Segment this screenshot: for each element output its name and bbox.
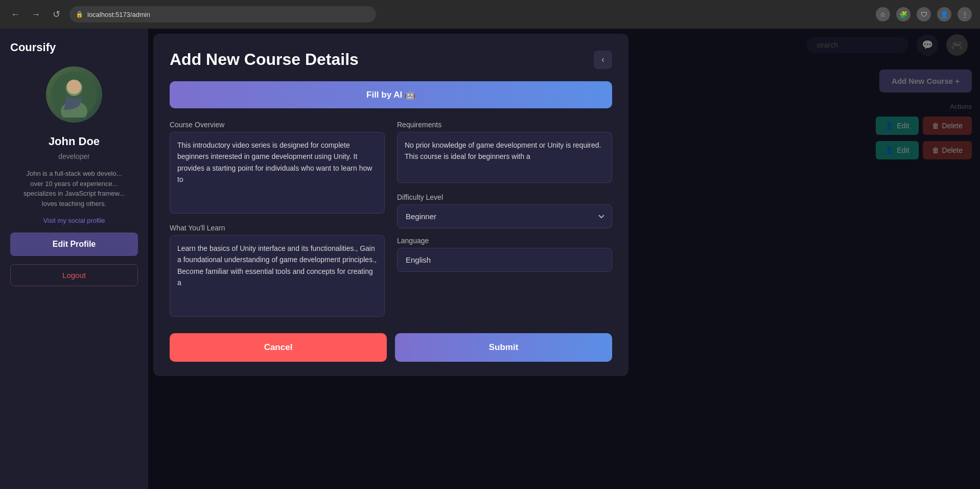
what-youll-learn-field: What You'll Learn Learn the basics of Un… — [170, 224, 385, 319]
requirements-textarea[interactable]: No prior knowledge of game development o… — [397, 132, 612, 183]
lock-icon: 🔒 — [76, 11, 83, 18]
course-overview-label: Course Overview — [170, 121, 385, 129]
main-content: 💬 🎮 Add New Course + Actions 👤 Edit 🗑 De… — [148, 29, 980, 489]
address-bar[interactable]: 🔒 localhost:5173/admin — [69, 6, 376, 22]
requirements-field: Requirements No prior knowledge of game … — [397, 121, 612, 185]
form-grid: Course Overview This introductory video … — [170, 121, 612, 319]
requirements-label: Requirements — [397, 121, 612, 129]
url-text: localhost:5173/admin — [87, 11, 150, 18]
fill-ai-label: Fill by AI 🤖 — [366, 89, 415, 100]
modal-title: Add New Course Details — [170, 50, 359, 69]
modal-close-button[interactable]: ‹ — [594, 51, 612, 69]
course-overview-textarea[interactable]: This introductory video series is design… — [170, 132, 385, 214]
back-button[interactable]: ← — [8, 7, 22, 21]
submit-button[interactable]: Submit — [395, 333, 612, 362]
modal: Add New Course Details ‹ Fill by AI 🤖 Co… — [153, 34, 628, 376]
course-overview-field: Course Overview This introductory video … — [170, 121, 385, 216]
cancel-button[interactable]: Cancel — [170, 333, 387, 362]
form-right-column: Requirements No prior knowledge of game … — [397, 121, 612, 319]
user-role: developer — [58, 152, 90, 160]
edit-profile-button[interactable]: Edit Profile — [10, 232, 138, 256]
what-youll-learn-textarea[interactable]: Learn the basics of Unity interface and … — [170, 235, 385, 317]
svg-point-3 — [67, 80, 81, 94]
avatar — [46, 66, 102, 123]
extension-button[interactable]: 🧩 — [896, 7, 911, 21]
difficulty-label: Difficulty Level — [397, 193, 612, 201]
shield-button[interactable]: 🛡 — [917, 7, 931, 21]
fill-ai-button[interactable]: Fill by AI 🤖 — [170, 81, 612, 108]
modal-footer: Cancel Submit — [170, 333, 612, 362]
difficulty-select[interactable]: Beginner Intermediate Advanced — [397, 204, 612, 228]
browser-chrome: ← → ↺ 🔒 localhost:5173/admin ☆ 🧩 🛡 👤 ⋮ — [0, 0, 980, 29]
browser-actions: ☆ 🧩 🛡 👤 ⋮ — [876, 7, 972, 21]
form-left-column: Course Overview This introductory video … — [170, 121, 385, 319]
dialog-overlay: Add New Course Details ‹ Fill by AI 🤖 Co… — [148, 29, 980, 489]
profile-button[interactable]: 👤 — [937, 7, 951, 21]
language-label: Language — [397, 237, 612, 245]
avatar-image — [46, 66, 102, 123]
difficulty-field: Difficulty Level Beginner Intermediate A… — [397, 193, 612, 228]
what-youll-learn-label: What You'll Learn — [170, 224, 385, 232]
language-field: Language — [397, 237, 612, 272]
user-bio: John is a full-stack web develo...over 1… — [24, 169, 125, 208]
sidebar: Coursify John Doe developer John is a fu… — [0, 29, 148, 489]
language-input[interactable] — [397, 248, 612, 272]
user-name: John Doe — [49, 135, 100, 148]
modal-header: Add New Course Details ‹ — [170, 50, 612, 69]
logout-button[interactable]: Logout — [10, 264, 138, 286]
bookmark-button[interactable]: ☆ — [876, 7, 890, 21]
menu-button[interactable]: ⋮ — [958, 7, 972, 21]
app-container: Coursify John Doe developer John is a fu… — [0, 29, 980, 489]
social-link[interactable]: Visit my social profile — [43, 217, 105, 224]
sidebar-logo: Coursify — [10, 41, 56, 54]
forward-button[interactable]: → — [29, 7, 43, 21]
refresh-button[interactable]: ↺ — [49, 7, 63, 21]
